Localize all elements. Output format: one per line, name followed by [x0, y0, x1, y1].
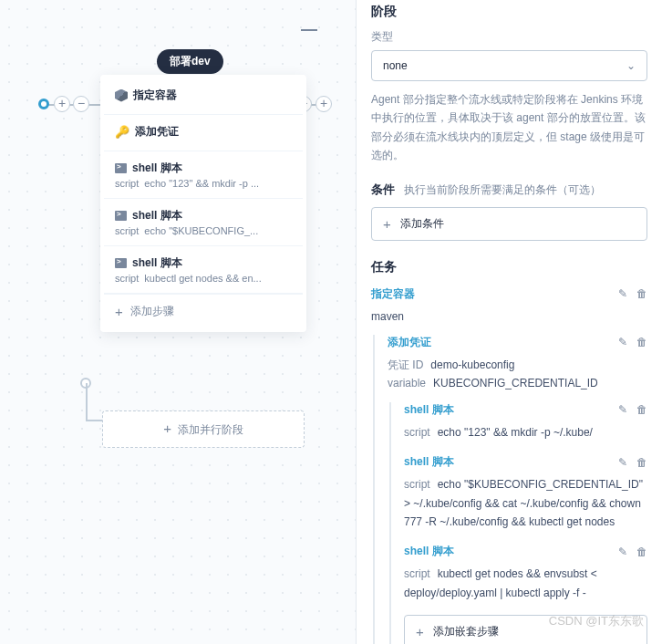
task-item: shell 脚本 ✎🗑 scriptecho "123" && mkdir -p… — [404, 402, 647, 441]
add-parallel-button[interactable]: + 添加并行阶段 — [102, 410, 305, 448]
shell-icon — [115, 163, 127, 173]
step-item[interactable]: 指定容器 — [104, 78, 303, 115]
plus-icon: + — [383, 216, 391, 232]
branch-line — [86, 383, 88, 421]
delete-icon[interactable]: 🗑 — [636, 287, 647, 300]
tasks-title: 任务 — [371, 259, 647, 275]
pipeline-canvas[interactable]: + − − + 部署dev 指定容器 🔑添加凭证 shell 脚本 script… — [0, 0, 356, 644]
shell-icon — [115, 258, 127, 268]
conditions-title: 条件 — [371, 182, 395, 198]
task-tree: 指定容器 ✎🗑 maven 添加凭证 ✎🗑 凭证 IDdemo-kubeconf… — [371, 286, 647, 644]
task-name-link[interactable]: shell 脚本 — [404, 454, 454, 470]
container-icon — [115, 89, 128, 102]
type-help-text: Agent 部分指定整个流水线或特定阶段将在 Jenkins 环境中执行的位置，… — [371, 90, 647, 165]
shell-icon — [115, 211, 127, 221]
task-item: shell 脚本 ✎🗑 scriptkubectl get nodes && e… — [404, 544, 647, 602]
edit-icon[interactable]: ✎ — [618, 545, 627, 558]
plus-icon: + — [115, 304, 123, 319]
conditions-desc: 执行当前阶段所需要满足的条件（可选） — [404, 182, 601, 198]
stage-name-tag[interactable]: 部署dev — [157, 49, 223, 74]
edit-icon[interactable]: ✎ — [618, 456, 627, 469]
step-title: shell 脚本 — [132, 255, 182, 271]
watermark: CSDN @IT东东歌 — [549, 613, 644, 629]
collapse-icon[interactable] — [301, 29, 317, 31]
type-label: 类型 — [371, 29, 647, 45]
config-panel: 阶段 类型 none ⌄ Agent 部分指定整个流水线或特定阶段将在 Jenk… — [356, 0, 662, 644]
add-step-button[interactable]: +添加步骤 — [104, 294, 303, 328]
task-name-link[interactable]: 添加凭证 — [388, 335, 431, 350]
edit-icon[interactable]: ✎ — [618, 287, 627, 300]
step-title: 指定容器 — [133, 88, 177, 103]
stage-card: 指定容器 🔑添加凭证 shell 脚本 scriptecho "123" && … — [100, 75, 306, 332]
step-title: 添加凭证 — [135, 124, 179, 140]
task-name-link[interactable]: shell 脚本 — [404, 544, 454, 559]
plus-icon: + — [416, 624, 424, 639]
step-item[interactable]: shell 脚本 scriptecho "123" && mkdir -p ..… — [104, 151, 303, 199]
task-item: shell 脚本 ✎🗑 scriptecho "$KUBECONFIG_CRED… — [404, 454, 647, 531]
chevron-down-icon: ⌄ — [626, 59, 636, 72]
edit-icon[interactable]: ✎ — [618, 336, 627, 348]
delete-icon[interactable]: 🗑 — [636, 456, 647, 469]
node-handle-left[interactable] — [38, 99, 49, 109]
delete-icon[interactable]: 🗑 — [636, 336, 647, 348]
plus-icon: + — [163, 421, 171, 436]
delete-icon[interactable]: 🗑 — [636, 403, 647, 416]
step-item[interactable]: shell 脚本 scriptkubectl get nodes && en..… — [104, 246, 303, 294]
step-title: shell 脚本 — [132, 208, 182, 223]
key-icon: 🔑 — [115, 125, 129, 139]
task-name-link[interactable]: shell 脚本 — [404, 402, 454, 418]
task-body: maven — [371, 307, 647, 326]
add-node-button[interactable]: − — [73, 96, 89, 112]
step-item[interactable]: 🔑添加凭证 — [104, 115, 303, 151]
task-item: 添加凭证 ✎🗑 凭证 IDdemo-kubeconfig variableKUB… — [388, 335, 647, 644]
task-item: 指定容器 ✎🗑 maven 添加凭证 ✎🗑 凭证 IDdemo-kubeconf… — [371, 286, 647, 644]
edit-icon[interactable]: ✎ — [618, 403, 627, 416]
add-condition-button[interactable]: +添加条件 — [371, 207, 647, 241]
agent-type-select[interactable]: none ⌄ — [371, 50, 647, 81]
step-item[interactable]: shell 脚本 scriptecho "$KUBECONFIG_... — [104, 199, 303, 246]
add-node-button[interactable]: + — [315, 96, 332, 112]
add-node-button[interactable]: + — [54, 96, 70, 112]
task-name-link[interactable]: 指定容器 — [371, 286, 415, 302]
step-title: shell 脚本 — [132, 161, 182, 176]
delete-icon[interactable]: 🗑 — [636, 545, 647, 558]
stage-heading: 阶段 — [371, 4, 647, 20]
